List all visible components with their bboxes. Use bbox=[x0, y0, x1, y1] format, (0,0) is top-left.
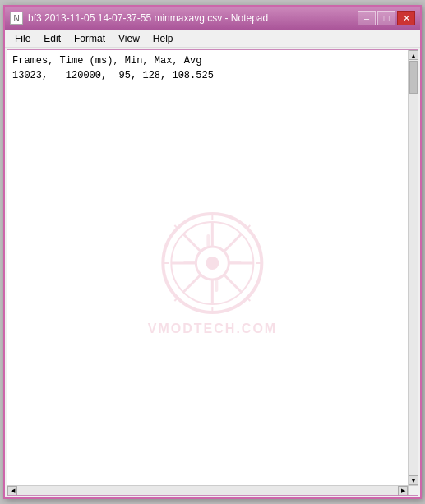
editor-content[interactable]: Frames, Time (ms), Min, Max, Avg 13023, … bbox=[7, 50, 408, 485]
menu-file[interactable]: File bbox=[8, 31, 37, 46]
scroll-track-horizontal[interactable] bbox=[17, 486, 398, 495]
editor-area[interactable]: VMODTECH.COM Frames, Time (ms), Min, Max… bbox=[7, 49, 418, 496]
close-button[interactable]: ✕ bbox=[397, 11, 415, 25]
app-icon-label: N bbox=[13, 14, 19, 23]
window-title: bf3 2013-11-05 14-07-37-55 minmaxavg.csv… bbox=[28, 12, 268, 24]
scrollbar-horizontal[interactable]: ◀ ▶ bbox=[7, 485, 408, 495]
scroll-right-button[interactable]: ▶ bbox=[398, 486, 408, 496]
scroll-track-vertical[interactable] bbox=[409, 60, 418, 475]
scroll-thumb-vertical[interactable] bbox=[409, 61, 418, 94]
maximize-button[interactable]: □ bbox=[377, 11, 395, 25]
menu-edit[interactable]: Edit bbox=[37, 31, 67, 46]
title-bar: N bf3 2013-11-05 14-07-37-55 minmaxavg.c… bbox=[5, 7, 420, 30]
title-bar-buttons: – □ ✕ bbox=[358, 11, 415, 25]
app-icon: N bbox=[10, 12, 23, 25]
minimize-button[interactable]: – bbox=[358, 11, 376, 25]
menu-view[interactable]: View bbox=[112, 31, 146, 46]
scroll-left-button[interactable]: ◀ bbox=[7, 486, 17, 496]
title-bar-left: N bf3 2013-11-05 14-07-37-55 minmaxavg.c… bbox=[10, 12, 268, 25]
menu-format[interactable]: Format bbox=[67, 31, 112, 46]
scroll-down-button[interactable]: ▼ bbox=[409, 475, 418, 485]
scrollbar-vertical[interactable]: ▲ ▼ bbox=[408, 50, 418, 485]
scrollbar-corner bbox=[408, 485, 418, 495]
scroll-up-button[interactable]: ▲ bbox=[409, 50, 418, 60]
menu-help[interactable]: Help bbox=[146, 31, 180, 46]
menu-bar: File Edit Format View Help bbox=[5, 30, 420, 48]
notepad-window: N bf3 2013-11-05 14-07-37-55 minmaxavg.c… bbox=[3, 5, 422, 499]
